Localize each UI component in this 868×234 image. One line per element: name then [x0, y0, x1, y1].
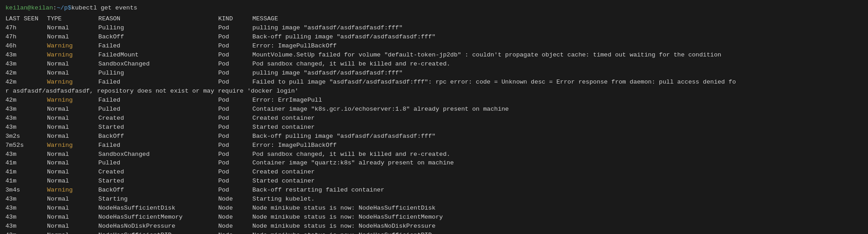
table-row: 43mNormalNodeHasSufficientMemoryNodeNode…	[5, 213, 863, 222]
cell-last-seen: 43m	[5, 51, 47, 60]
table-row: 41mNormalCreatedPodCreated container	[5, 168, 863, 177]
cell-kind: Pod	[218, 186, 253, 195]
cell-reason: FailedMount	[99, 51, 218, 60]
table-row: 47hNormalPullingPodpulling image "asdfas…	[5, 23, 863, 33]
cell-last-seen: 7m52s	[5, 141, 47, 150]
cell-message: Back-off pulling image "asdfasdf/asdfasd…	[252, 33, 863, 42]
table-row: 43mWarningFailedMountPodMountVolume.SetU…	[5, 51, 863, 60]
cell-kind: Pod	[218, 78, 253, 87]
cell-last-seen: 47h	[5, 33, 47, 42]
cell-last-seen: 43m	[5, 231, 47, 234]
cell-last-seen: 47h	[5, 23, 47, 33]
cell-last-seen: 3m2s	[5, 132, 47, 141]
table-row: 43mNormalNodeHasSufficientDiskNodeNode m…	[5, 204, 863, 213]
cell-kind: Pod	[218, 51, 253, 60]
cell-type: Normal	[47, 168, 99, 177]
cell-last-seen: 43m	[5, 150, 47, 159]
cell-reason: Created	[99, 114, 218, 123]
cell-reason: NodeHasSufficientMemory	[99, 213, 218, 222]
cell-kind: Pod	[218, 123, 253, 132]
cell-kind: Pod	[218, 60, 253, 69]
cell-reason: BackOff	[99, 132, 218, 141]
terminal-host: keilan	[31, 4, 53, 13]
cell-message: Node minikube status is now: NodeHasSuff…	[252, 213, 863, 222]
cell-reason: Started	[99, 177, 218, 186]
output-table: LAST SEEN TYPE REASON KIND MESSAGE 47hNo…	[5, 14, 863, 234]
table-row: 7m52sWarningFailedPodError: ImagePullBac…	[5, 141, 863, 150]
cell-type: Warning	[47, 96, 99, 105]
cell-type: Warning	[47, 78, 99, 87]
cell-reason: BackOff	[99, 186, 218, 195]
cell-last-seen: 43m	[5, 60, 47, 69]
cell-kind: Pod	[218, 69, 253, 78]
cell-message: Container image "quartz:k8s" already pre…	[252, 159, 863, 168]
table-row-wrap: r asdfasdf/asdfasdfasdf, repository does…	[5, 87, 863, 96]
table-row: 43mNormalNodeHasNoDiskPressureNodeNode m…	[5, 222, 863, 231]
cell-message: Started container	[252, 123, 863, 132]
table-row: 42mWarningFailedPodError: ErrImagePull	[5, 96, 863, 105]
cell-kind: Node	[218, 222, 253, 231]
cell-message: Node minikube status is now: NodeHasSuff…	[252, 231, 863, 234]
cell-reason: Failed	[99, 42, 218, 51]
cell-type: Normal	[47, 60, 99, 69]
cell-reason: Failed	[99, 78, 218, 87]
cell-type: Normal	[47, 195, 99, 204]
cell-kind: Pod	[218, 177, 253, 186]
cell-type: Warning	[47, 51, 99, 60]
cell-type: Normal	[47, 114, 99, 123]
cell-type: Normal	[47, 123, 99, 132]
cell-type: Normal	[47, 213, 99, 222]
cell-type: Normal	[47, 23, 99, 33]
table-row: 3m2sNormalBackOffPodBack-off pulling ima…	[5, 132, 863, 141]
cell-reason: SandboxChanged	[99, 150, 218, 159]
cell-message: Node minikube status is now: NodeHasNoDi…	[252, 222, 863, 231]
cell-reason: NodeHasNoDiskPressure	[99, 222, 218, 231]
cell-type: Normal	[47, 222, 99, 231]
cell-last-seen: 42m	[5, 96, 47, 105]
table-body: 47hNormalPullingPodpulling image "asdfas…	[5, 23, 863, 234]
cell-kind: Node	[218, 195, 253, 204]
table-row: 43mNormalStartingNodeStarting kubelet.	[5, 195, 863, 204]
cell-last-seen: 43m	[5, 114, 47, 123]
cell-reason: Starting	[99, 195, 218, 204]
cell-kind: Pod	[218, 96, 253, 105]
terminal-at: @	[28, 4, 31, 13]
cell-message: Failed to pull image "asdfasdf/asdfasdfa…	[252, 78, 863, 87]
cell-type: Warning	[47, 42, 99, 51]
cell-kind: Pod	[218, 168, 253, 177]
cell-message: Container image "k8s.gcr.io/echoserver:1…	[252, 105, 863, 114]
cell-last-seen: 43m	[5, 213, 47, 222]
cell-reason: Pulled	[99, 159, 218, 168]
cell-kind: Pod	[218, 33, 253, 42]
terminal-separator: :	[53, 4, 57, 13]
header-kind: KIND	[218, 14, 253, 23]
table-header: LAST SEEN TYPE REASON KIND MESSAGE	[5, 14, 863, 23]
cell-last-seen: 46h	[5, 42, 47, 51]
cell-message: Node minikube status is now: NodeHasSuff…	[252, 204, 863, 213]
cell-reason: SandboxChanged	[99, 60, 218, 69]
table-row: 41mNormalPulledPodContainer image "quart…	[5, 159, 863, 168]
cell-type: Normal	[47, 105, 99, 114]
prompt-line: keilan@keilan:~/p$ kubectl get events	[5, 4, 863, 13]
cell-message: MountVolume.SetUp failed for volume "def…	[252, 51, 863, 60]
cell-last-seen: 43m	[5, 105, 47, 114]
cell-kind: Pod	[218, 42, 253, 51]
cell-kind: Node	[218, 213, 253, 222]
header-last-seen: LAST SEEN	[5, 14, 47, 23]
cell-message: Back-off pulling image "asdfasdf/asdfasd…	[252, 132, 863, 141]
cell-reason: Pulled	[99, 105, 218, 114]
cell-reason: NodeHasSufficientPID	[99, 231, 218, 234]
cell-kind: Node	[218, 204, 253, 213]
cell-message: Error: ImagePullBackOff	[252, 42, 863, 51]
cell-last-seen: 43m	[5, 195, 47, 204]
cell-type: Normal	[47, 204, 99, 213]
header-type: TYPE	[47, 14, 99, 23]
terminal-command: kubectl get events	[71, 4, 137, 13]
cell-message: Starting kubelet.	[252, 195, 863, 204]
cell-kind: Pod	[218, 105, 253, 114]
table-row: 42mWarningFailedPodFailed to pull image …	[5, 78, 863, 87]
cell-kind: Pod	[218, 23, 253, 33]
table-row: 42mNormalPullingPodpulling image "asdfas…	[5, 69, 863, 78]
cell-kind: Pod	[218, 132, 253, 141]
cell-reason: Failed	[99, 141, 218, 150]
